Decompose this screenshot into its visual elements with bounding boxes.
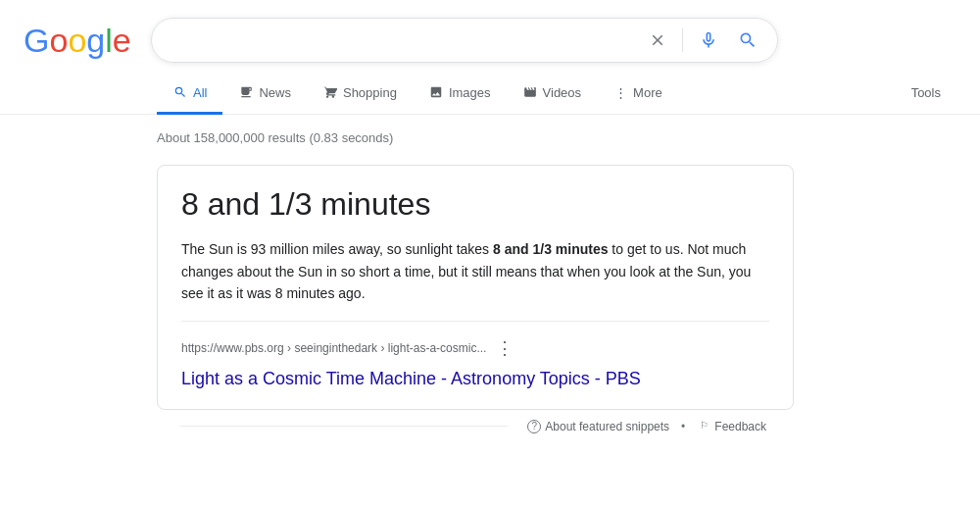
mic-icon [699, 30, 718, 50]
tab-news-label: News [259, 85, 291, 100]
search-bar: how long does it take for light from the… [151, 18, 778, 63]
search-bar-wrapper: how long does it take for light from the… [151, 18, 778, 63]
snippet-body-before: The Sun is 93 million miles away, so sun… [181, 241, 493, 257]
search-tab-icon [172, 84, 188, 100]
question-icon: ? [527, 420, 541, 433]
tab-videos[interactable]: Videos [507, 73, 598, 115]
tab-shopping-label: Shopping [343, 85, 397, 100]
tab-tools-label: Tools [911, 85, 941, 100]
tab-more[interactable]: ⋮ More [597, 73, 678, 115]
snippet-body: The Sun is 93 million miles away, so sun… [181, 238, 769, 304]
header: Google how long does it take for light f… [0, 0, 980, 63]
snippet-title-link[interactable]: Light as a Cosmic Time Machine - Astrono… [181, 369, 641, 389]
snippet-source-info: https://www.pbs.org › seeinginthedark › … [181, 333, 641, 389]
tab-images[interactable]: Images [413, 73, 507, 115]
nav-tabs: All News Shopping Images Videos ⋮ More T… [0, 73, 980, 115]
main-content: About 158,000,000 results (0.83 seconds)… [0, 115, 980, 435]
search-input[interactable]: how long does it take for light from the… [168, 31, 637, 49]
news-tab-icon [238, 84, 254, 100]
close-icon [649, 31, 666, 49]
google-logo: Google [24, 22, 131, 60]
voice-search-button[interactable] [695, 26, 722, 54]
snippet-footer: ? About featured snippets • ⚐ Feedback [157, 418, 794, 435]
tab-more-label: More [633, 85, 662, 100]
feedback-button[interactable]: ⚐ Feedback [693, 418, 770, 435]
results-count: About 158,000,000 results (0.83 seconds) [157, 130, 956, 145]
snippet-more-button[interactable]: ⋮ [492, 333, 517, 363]
google-search-button[interactable] [734, 26, 761, 54]
flag-icon: ⚐ [697, 420, 710, 433]
about-snippets-label: About featured snippets [545, 420, 669, 433]
featured-snippet: 8 and 1/3 minutes The Sun is 93 million … [157, 165, 794, 410]
tab-tools[interactable]: Tools [896, 74, 956, 115]
footer-separator: • [681, 420, 685, 433]
videos-tab-icon [522, 84, 538, 100]
tab-images-label: Images [449, 85, 491, 100]
tab-all-label: All [193, 85, 207, 100]
search-icon [738, 30, 758, 50]
snippet-source: https://www.pbs.org › seeinginthedark › … [181, 321, 769, 389]
shopping-tab-icon [322, 84, 338, 100]
search-bar-icons [645, 26, 761, 54]
snippet-url: https://www.pbs.org › seeinginthedark › … [181, 341, 486, 355]
clear-button[interactable] [645, 27, 670, 53]
tab-all[interactable]: All [157, 73, 222, 115]
images-tab-icon [428, 84, 444, 100]
tab-videos-label: Videos [543, 85, 582, 100]
snippet-body-bold: 8 and 1/3 minutes [493, 241, 608, 257]
snippet-answer: 8 and 1/3 minutes [181, 185, 769, 223]
search-divider [682, 28, 683, 52]
tab-news[interactable]: News [222, 73, 307, 115]
tab-shopping[interactable]: Shopping [307, 73, 413, 115]
feedback-label: Feedback [714, 420, 766, 433]
more-tab-icon: ⋮ [612, 84, 628, 100]
about-snippets-button[interactable]: ? About featured snippets [523, 418, 673, 435]
